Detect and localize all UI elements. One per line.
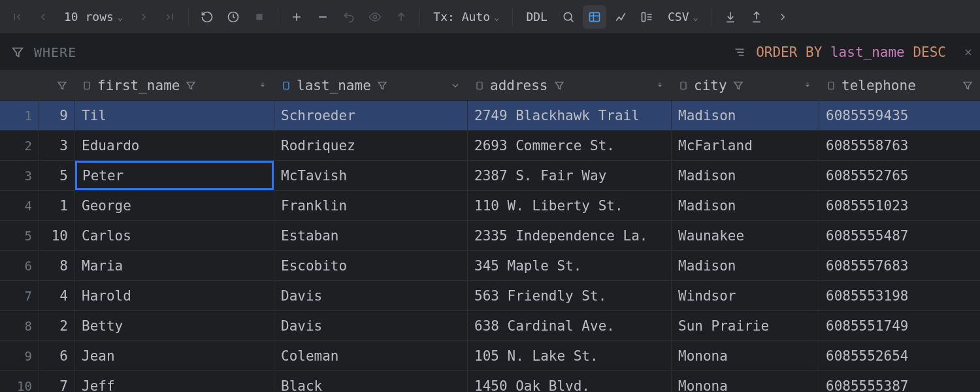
telephone-cell[interactable]: 6085552765 — [819, 161, 980, 190]
id-cell[interactable]: 5 — [39, 161, 75, 190]
order-by-clause[interactable]: ORDER BY last_name DESC — [722, 44, 956, 60]
rownum-cell[interactable]: 2 — [0, 131, 39, 160]
telephone-cell[interactable]: 6085558763 — [819, 131, 980, 160]
tree-view-button[interactable] — [635, 5, 659, 29]
last-page-button[interactable] — [158, 5, 182, 29]
telephone-cell[interactable]: 6085559435 — [819, 101, 980, 130]
city-cell[interactable]: Monona — [672, 341, 819, 370]
header-last-name[interactable]: last_name — [274, 71, 468, 100]
address-cell[interactable]: 345 Maple St. — [468, 251, 672, 280]
table-row[interactable]: 96JeanColeman105 N. Lake St.Monona608555… — [0, 341, 980, 371]
table-row[interactable]: 107JeffBlack1450 Oak Blvd.Monona60855553… — [0, 371, 980, 392]
telephone-cell[interactable]: 6085553198 — [819, 281, 980, 310]
sort-indicator-icon[interactable] — [655, 81, 664, 90]
next-page-button[interactable] — [132, 5, 155, 29]
last-name-cell[interactable]: Black — [274, 371, 468, 392]
telephone-cell[interactable]: 6085555487 — [819, 221, 980, 250]
sort-indicator-icon[interactable] — [803, 81, 812, 90]
filter-icon[interactable] — [732, 80, 744, 91]
last-name-cell[interactable]: McTavish — [274, 161, 468, 190]
upload-button[interactable] — [745, 5, 768, 29]
first-name-cell[interactable]: Eduardo — [75, 131, 274, 160]
address-cell[interactable]: 2693 Commerce St. — [468, 131, 672, 160]
export-format-dropdown[interactable]: CSV ⌄ — [661, 5, 705, 29]
address-cell[interactable]: 2387 S. Fair Way — [468, 161, 672, 190]
telephone-cell[interactable]: 6085552654 — [819, 341, 980, 370]
history-button[interactable] — [221, 5, 245, 29]
city-cell[interactable]: Madison — [672, 251, 819, 280]
download-button[interactable] — [719, 5, 742, 29]
id-cell[interactable]: 1 — [39, 191, 75, 220]
last-name-cell[interactable]: Davis — [274, 281, 468, 310]
table-row[interactable]: 74HaroldDavis563 Friendly St.Windsor6085… — [0, 281, 980, 311]
header-id[interactable] — [39, 71, 75, 100]
id-cell[interactable]: 4 — [39, 281, 75, 310]
telephone-cell[interactable]: 6085551023 — [819, 191, 980, 220]
header-first-name[interactable]: first_name — [75, 71, 274, 100]
city-cell[interactable]: Madison — [672, 101, 819, 130]
header-rownum[interactable] — [0, 71, 39, 100]
city-cell[interactable]: Windsor — [672, 281, 819, 310]
id-cell[interactable]: 6 — [39, 341, 75, 370]
submit-button[interactable] — [389, 5, 413, 29]
first-name-cell[interactable]: Harold — [75, 281, 274, 310]
address-cell[interactable]: 2749 Blackhawk Trail — [468, 101, 672, 130]
more-button[interactable] — [771, 5, 794, 29]
rownum-cell[interactable]: 4 — [0, 191, 39, 220]
close-filter-button[interactable] — [956, 47, 980, 57]
address-cell[interactable]: 638 Cardinal Ave. — [468, 311, 672, 340]
preview-button[interactable] — [363, 5, 387, 29]
id-cell[interactable]: 10 — [39, 221, 75, 250]
address-cell[interactable]: 105 N. Lake St. — [468, 341, 672, 370]
header-address[interactable]: address — [468, 71, 672, 100]
table-row[interactable]: 41GeorgeFranklin110 W. Liberty St.Madiso… — [0, 191, 980, 221]
last-name-cell[interactable]: Schroeder — [274, 101, 468, 130]
city-cell[interactable]: Waunakee — [672, 221, 819, 250]
city-cell[interactable]: McFarland — [672, 131, 819, 160]
table-row[interactable]: 35McTavish2387 S. Fair WayMadison6085552… — [0, 161, 980, 191]
sort-indicator-icon[interactable] — [258, 81, 267, 90]
search-button[interactable] — [557, 5, 580, 29]
chart-view-button[interactable] — [609, 5, 632, 29]
table-row[interactable]: 19TilSchroeder2749 Blackhawk TrailMadiso… — [0, 101, 980, 131]
reload-button[interactable] — [195, 5, 219, 29]
rownum-cell[interactable]: 6 — [0, 251, 39, 280]
first-name-cell[interactable]: Betty — [75, 311, 274, 340]
first-name-cell[interactable]: George — [75, 191, 274, 220]
first-name-cell[interactable]: Jean — [75, 341, 274, 370]
last-name-cell[interactable]: Estaban — [274, 221, 468, 250]
table-view-button[interactable] — [583, 5, 606, 29]
id-cell[interactable]: 9 — [39, 101, 75, 130]
city-cell[interactable]: Madison — [672, 161, 819, 190]
table-row[interactable]: 82BettyDavis638 Cardinal Ave.Sun Prairie… — [0, 311, 980, 341]
address-cell[interactable]: 563 Friendly St. — [468, 281, 672, 310]
sort-desc-icon[interactable] — [450, 80, 461, 91]
last-name-cell[interactable]: Escobito — [274, 251, 468, 280]
telephone-cell[interactable]: 6085555387 — [819, 371, 980, 392]
city-cell[interactable]: Madison — [672, 191, 819, 220]
prev-page-button[interactable] — [31, 5, 55, 29]
address-cell[interactable]: 1450 Oak Blvd. — [468, 371, 672, 392]
where-clause[interactable]: WHERE — [0, 44, 722, 60]
stop-button[interactable] — [248, 5, 271, 29]
last-name-cell[interactable]: Rodriquez — [274, 131, 468, 160]
filter-icon[interactable] — [376, 80, 388, 91]
address-cell[interactable]: 110 W. Liberty St. — [468, 191, 672, 220]
filter-icon[interactable] — [185, 80, 197, 91]
telephone-cell[interactable]: 6085557683 — [819, 251, 980, 280]
address-cell[interactable]: 2335 Independence La. — [468, 221, 672, 250]
first-page-button[interactable] — [5, 5, 29, 29]
rownum-cell[interactable]: 10 — [0, 371, 39, 392]
first-name-cell[interactable]: Til — [75, 101, 274, 130]
header-telephone[interactable]: telephone — [819, 71, 980, 100]
filter-icon[interactable] — [962, 80, 973, 91]
filter-icon[interactable] — [553, 80, 565, 91]
tx-dropdown[interactable]: Tx: Auto ⌄ — [427, 5, 506, 29]
first-name-cell[interactable]: Maria — [75, 251, 274, 280]
telephone-cell[interactable]: 6085551749 — [819, 311, 980, 340]
rownum-cell[interactable]: 1 — [0, 101, 39, 130]
cell-editor[interactable] — [75, 161, 274, 190]
add-row-button[interactable] — [285, 5, 308, 29]
table-row[interactable]: 68MariaEscobito345 Maple St.Madison60855… — [0, 251, 980, 281]
revert-button[interactable] — [337, 5, 361, 29]
